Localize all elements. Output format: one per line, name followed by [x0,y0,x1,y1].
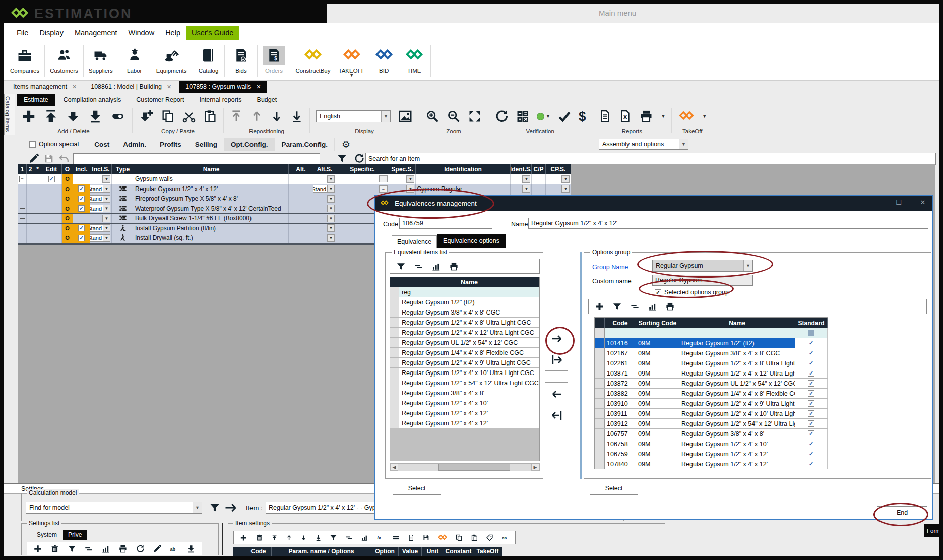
options-row[interactable]: 10675809MRegular Gypsum 1/2" x 4' x 10' [595,439,828,449]
app-button-takeoff[interactable]: TAKEOFF▼ [335,42,369,80]
doc-tab-items-management[interactable]: Items management✕ [7,81,83,93]
checkbox-checked-icon[interactable] [808,390,814,397]
tree-collapse-icon[interactable]: − [19,176,25,182]
save-icon[interactable] [422,533,430,542]
settings-tab-prive[interactable]: Prive [63,530,87,540]
add-icon[interactable] [595,302,604,312]
insert-below-icon[interactable] [66,109,81,124]
gear-icon[interactable]: ⚙ [342,139,350,150]
move-left-button[interactable] [548,386,565,403]
print-icon[interactable] [449,262,459,271]
dollar-icon[interactable]: $ [579,109,586,125]
toggle-icon[interactable] [110,110,126,123]
column-header-2[interactable]: 2 [27,164,34,174]
scroll-thumb[interactable] [438,464,510,471]
formula-fx-icon[interactable] [376,533,384,542]
mini-dropdown[interactable]: Stand▼ [90,205,110,212]
move-top-icon[interactable] [230,109,243,123]
app-button-bids[interactable]: Bids [226,42,256,80]
column-header-ident-s[interactable]: Ident.S. [511,164,532,174]
rename-ab-icon[interactable] [501,533,509,542]
menu-management[interactable]: Management [69,26,123,40]
option-special-checkbox[interactable]: Option special [29,141,79,148]
menu-window[interactable]: Window [123,26,160,40]
list-item[interactable]: Regular Gypsum 3/8" x 4' x 8' [390,388,539,398]
refresh-icon[interactable] [136,544,145,553]
options-filter-row[interactable] [595,328,828,338]
close-icon[interactable]: ✕ [167,84,171,90]
checkbox-checked-icon[interactable] [808,451,814,457]
minimize-icon[interactable]: — [867,199,882,206]
column-header-[interactable]: * [34,164,41,174]
options-row[interactable]: 10675909MRegular Gypsum 1/2" x 4' x 12' [595,449,828,459]
options-column-code[interactable]: Code [605,318,636,328]
copy-icon[interactable] [455,533,463,542]
mini-dropdown[interactable]: ▼ [561,175,570,183]
undo-icon[interactable] [58,153,70,164]
app-button-orders[interactable]: Orders [259,42,289,80]
config-button-selling[interactable]: Selling [188,138,224,151]
move-right-button[interactable] [548,330,565,347]
zoom-in-icon[interactable] [425,109,439,123]
checkbox-checked-icon[interactable] [808,400,814,407]
move-up-icon[interactable] [286,533,292,542]
move-bottom-icon[interactable] [290,109,303,123]
move-down-icon[interactable] [300,533,307,542]
column-header-alt[interactable]: Alt. [289,164,313,174]
config-button-param-config[interactable]: Param.Config. [275,138,335,151]
paste-icon[interactable] [203,109,217,123]
settings-tab-system[interactable]: System [32,530,62,540]
mini-dropdown[interactable]: ▼ [561,185,570,193]
mini-dropdown[interactable]: ▼ [327,234,335,242]
options-row[interactable]: 10388209MRegular Gypsum 1/4" x 4' x 8' F… [595,389,828,399]
scroll-right-icon[interactable]: ▶ [531,464,539,471]
config-button-profits[interactable]: Profits [153,138,188,151]
column-header-specific[interactable]: Specific. [336,164,389,174]
list-item[interactable]: Regular Gypsum 1/2" x 4' x 12' [390,408,539,418]
filter-model-icon[interactable] [209,502,220,513]
equalize-icon[interactable] [630,302,640,312]
ribbon-tab-internal-reports[interactable]: Internal reports [193,94,248,106]
mini-dropdown[interactable]: ▼ [406,175,414,183]
column-header-spec-s[interactable]: Spec.S. [389,164,416,174]
image-view-icon[interactable] [398,109,413,124]
chart-icon[interactable] [101,544,110,553]
edit-pencil-icon[interactable] [153,544,162,553]
delete-icon[interactable] [50,544,59,553]
checkbox-checked-icon[interactable] [48,176,55,182]
app-button-labor[interactable]: Labor [119,42,150,80]
mini-dropdown[interactable]: ▼ [406,185,414,193]
app-button-catalog[interactable]: Catalog [193,42,223,80]
tab-equivalence[interactable]: Equivalence [392,235,437,248]
config-button-admin[interactable]: Admin. [116,138,153,151]
ellipsis-button[interactable]: ... [379,185,388,193]
filter-icon[interactable] [612,302,622,312]
options-row[interactable]: 10387109MRegular Gypsum 1/2" x 4' x 12' … [595,368,828,379]
copy-icon[interactable] [161,109,175,123]
column-header-name[interactable]: Name [134,164,289,174]
checkbox-checked-icon[interactable] [78,225,85,231]
doc-tab-108861-model-building[interactable]: 108861 : Model | Building✕ [85,81,177,93]
doc-tab-107858-gypsum-walls[interactable]: 107858 : Gypsum walls✕ [179,81,267,93]
mini-dropdown[interactable]: ▼ [102,175,110,183]
column-header-type[interactable]: Type [112,164,134,174]
chevron-down-icon[interactable]: ▼ [661,114,665,119]
equalize-icon[interactable] [345,533,353,542]
app-button-suppliers[interactable]: Suppliers [85,42,117,80]
options-row[interactable]: 10784009MRegular Gypsum 1/2" x 4' x 12' [595,459,828,469]
export-down-icon[interactable] [186,544,196,553]
app-button-customers[interactable]: Customers [46,42,82,80]
move-bottom-icon[interactable] [315,533,322,542]
excel-export-icon[interactable] [618,109,632,123]
options-row[interactable]: 10387209MRegular Gypsum UL 1/2" x 54" x … [595,379,828,389]
custom-name-input[interactable]: Regular Gypsum [652,275,753,286]
checkbox-checked-icon[interactable] [78,185,85,192]
mini-dropdown[interactable]: ▼ [327,215,335,222]
column-header-incl[interactable]: Incl. [73,164,90,174]
rename-ab-icon[interactable] [169,544,178,553]
cut-icon[interactable] [182,109,196,123]
close-icon[interactable]: ✕ [915,199,930,206]
end-button[interactable]: End [877,506,927,519]
takeoff-icon[interactable] [438,534,447,542]
print-icon[interactable] [639,109,654,123]
